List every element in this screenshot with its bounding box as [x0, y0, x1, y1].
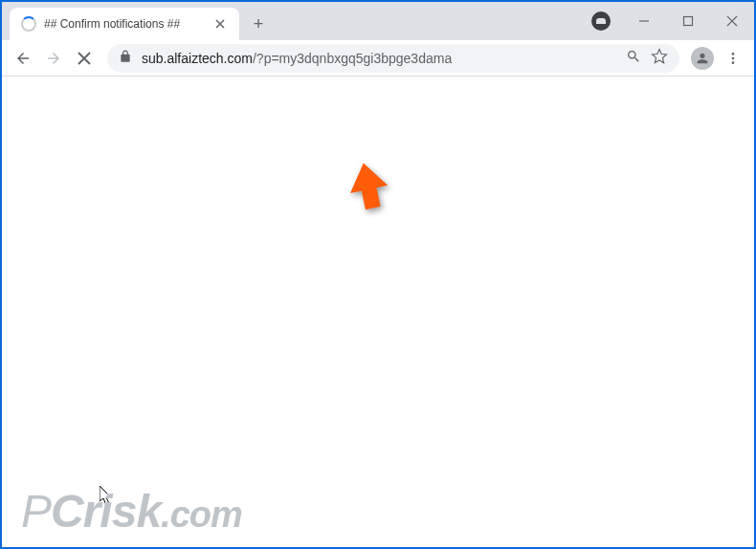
- watermark-suffix: .com: [161, 494, 242, 535]
- svg-rect-0: [684, 17, 693, 26]
- maximize-button[interactable]: [666, 2, 710, 40]
- loading-spinner-icon: [21, 16, 36, 32]
- bookmark-star-icon[interactable]: [651, 48, 668, 69]
- minimize-button[interactable]: [622, 2, 666, 40]
- window-controls: [622, 2, 754, 40]
- watermark-prefix: P: [21, 486, 51, 537]
- watermark-main: Crisk: [51, 486, 161, 537]
- back-button[interactable]: [10, 45, 36, 72]
- profile-avatar-icon: [691, 47, 714, 70]
- zoom-icon[interactable]: [626, 49, 641, 68]
- new-tab-button[interactable]: +: [245, 11, 272, 37]
- pointer-arrow-icon: [345, 161, 392, 213]
- url-domain: sub.alfaiztech.com: [142, 51, 253, 66]
- url-text: sub.alfaiztech.com/?p=my3dqnbxgq5gi3bpge…: [142, 51, 616, 66]
- forward-button[interactable]: [40, 45, 67, 72]
- svg-point-2: [732, 56, 735, 59]
- lock-icon: [119, 50, 132, 67]
- address-bar[interactable]: sub.alfaiztech.com/?p=my3dqnbxgq5gi3bpge…: [107, 44, 679, 73]
- url-path: /?p=my3dqnbxgq5gi3bpge3dama: [253, 51, 452, 66]
- window-titlebar: ## Confirm notifications ## +: [2, 2, 754, 40]
- browser-tab[interactable]: ## Confirm notifications ##: [10, 8, 239, 40]
- page-content: PCrisk.com: [2, 77, 754, 547]
- tab-close-button[interactable]: [212, 16, 228, 32]
- browser-toolbar: sub.alfaiztech.com/?p=my3dqnbxgq5gi3bpge…: [2, 40, 754, 77]
- incognito-icon: [591, 11, 611, 31]
- tab-title: ## Confirm notifications ##: [44, 17, 205, 31]
- svg-point-1: [732, 53, 735, 55]
- stop-button[interactable]: [71, 45, 98, 72]
- profile-button[interactable]: [689, 45, 716, 72]
- watermark-text: PCrisk.com: [21, 485, 242, 538]
- close-window-button[interactable]: [710, 2, 754, 40]
- svg-point-3: [732, 61, 735, 64]
- menu-button[interactable]: [720, 45, 746, 72]
